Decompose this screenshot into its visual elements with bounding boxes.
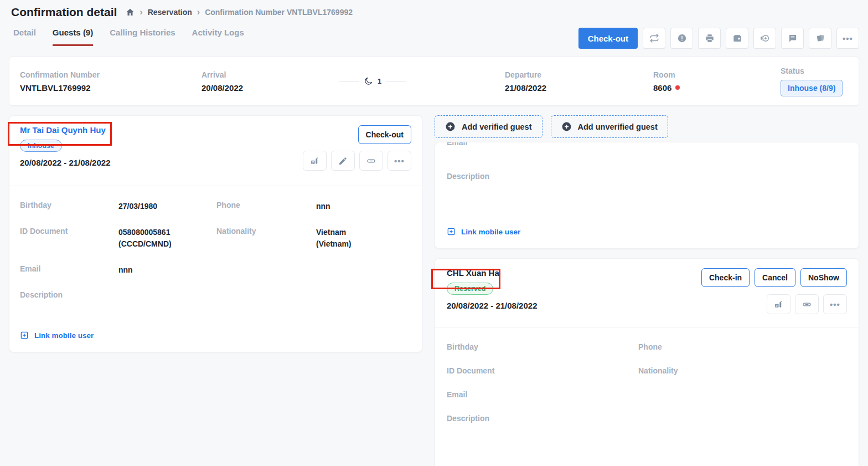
guest-name[interactable]: CHL Xuan Ha xyxy=(447,268,499,278)
guest-status-pill: Reserved xyxy=(447,283,493,295)
tabs-toolbar-row: Detail Guests (9) Calling Histories Acti… xyxy=(0,19,868,49)
page-title: Confirmation detail xyxy=(11,6,117,19)
guest-card-primary: Mr Tai Dai Quynh Huy Inhouse 20/08/2022 … xyxy=(9,115,422,352)
confirmation-detail-page: Confirmation detail › Reservation › Conf… xyxy=(0,0,868,466)
toolbar: Check-out ••• xyxy=(578,28,859,49)
link-icon[interactable] xyxy=(359,151,383,171)
status-badge[interactable]: Inhouse (8/9) xyxy=(781,80,843,96)
id-document-label: ID Document xyxy=(447,366,638,375)
summary-confirmation-number: Confirmation Number VNTLBVL1769992 xyxy=(20,70,202,93)
guest-date-range: 20/08/2022 - 21/08/2022 xyxy=(20,158,110,167)
phone-value: nnn xyxy=(316,201,411,212)
noshow-button[interactable]: NoShow xyxy=(800,268,847,287)
phone-label: Phone xyxy=(216,201,316,209)
divider-line xyxy=(386,81,406,81)
email-label: Email xyxy=(447,390,638,399)
summary-departure: Departure 21/08/2022 xyxy=(505,70,653,93)
print-icon[interactable] xyxy=(698,28,721,49)
breadcrumb: › Reservation › Confirmation Number VNTL… xyxy=(126,8,353,17)
housekeeping-icon[interactable] xyxy=(303,151,327,171)
chevron-right-icon: › xyxy=(140,8,142,17)
plus-square-icon xyxy=(20,331,29,340)
tab-calling-histories[interactable]: Calling Histories xyxy=(110,28,175,46)
email-label: Email xyxy=(20,264,118,273)
tab-bar: Detail Guests (9) Calling Histories Acti… xyxy=(13,28,244,46)
moon-icon xyxy=(364,76,373,86)
breadcrumb-confirmation-number: Confirmation Number VNTLBVL1769992 xyxy=(205,8,353,17)
birthday-value: 27/03/1980 xyxy=(118,201,216,212)
description-label: Description xyxy=(20,290,118,299)
home-icon[interactable] xyxy=(126,8,135,17)
reservation-summary-card: Confirmation Number VNTLBVL1769992 Arriv… xyxy=(9,57,859,106)
description-label: Description xyxy=(447,414,638,423)
birthday-label: Birthday xyxy=(447,342,638,351)
nationality-label: Nationality xyxy=(216,227,316,235)
link-icon[interactable] xyxy=(795,294,819,314)
id-document-label: ID Document xyxy=(20,227,118,235)
guest-name-link[interactable]: Mr Tai Dai Quynh Huy xyxy=(20,125,106,135)
wallet-icon[interactable] xyxy=(726,28,748,49)
housekeeping-icon[interactable] xyxy=(767,294,790,314)
coins-icon[interactable] xyxy=(753,28,776,49)
repeat-icon[interactable] xyxy=(643,28,665,49)
nights-count: 1 xyxy=(378,77,381,85)
cards-icon[interactable] xyxy=(809,28,831,49)
email-value: nnn xyxy=(118,264,216,276)
more-icon[interactable]: ••• xyxy=(823,294,847,314)
add-unverified-guest-button[interactable]: Add unverified guest xyxy=(551,115,668,138)
add-verified-guest-button[interactable]: Add verified guest xyxy=(435,115,542,138)
guest-card-partial: Email Description Link mobile user xyxy=(435,142,859,249)
page-header: Confirmation detail › Reservation › Conf… xyxy=(0,0,868,19)
guests-content: Mr Tai Dai Quynh Huy Inhouse 20/08/2022 … xyxy=(9,115,859,466)
summary-status: Status Inhouse (8/9) xyxy=(781,66,848,96)
room-number: 8606 xyxy=(653,83,671,93)
link-mobile-user[interactable]: Link mobile user xyxy=(9,331,422,340)
guest-date-range: 20/08/2022 - 21/08/2022 xyxy=(447,301,537,310)
summary-room: Room 8606 xyxy=(653,70,781,93)
summary-arrival: Arrival 20/08/2022 xyxy=(202,70,339,93)
summary-nights: 1 xyxy=(339,76,505,86)
cancel-button[interactable]: Cancel xyxy=(755,268,795,287)
email-label: Email xyxy=(447,142,467,147)
guest-card-reserved: CHL Xuan Ha Reserved 20/08/2022 - 21/08/… xyxy=(435,258,859,466)
breadcrumb-reservation[interactable]: Reservation xyxy=(148,8,192,17)
chevron-right-icon: › xyxy=(197,8,200,17)
guest-checkout-button[interactable]: Check-out xyxy=(358,125,411,144)
alert-icon[interactable] xyxy=(670,28,693,49)
more-icon[interactable]: ••• xyxy=(836,28,859,49)
right-column: Add verified guest Add unverified guest … xyxy=(435,115,859,466)
tab-detail[interactable]: Detail xyxy=(13,28,36,46)
plus-circle-icon xyxy=(561,121,572,132)
checkin-button[interactable]: Check-in xyxy=(701,268,750,287)
phone-label: Phone xyxy=(638,342,847,351)
description-label: Description xyxy=(447,172,489,181)
nationality-label: Nationality xyxy=(638,366,847,375)
birthday-label: Birthday xyxy=(20,201,118,209)
guest-status-pill: Inhouse xyxy=(20,140,62,152)
tab-guests[interactable]: Guests (9) xyxy=(53,28,93,46)
edit-icon[interactable] xyxy=(331,151,355,171)
comment-icon[interactable] xyxy=(781,28,804,49)
divider-line xyxy=(339,81,359,81)
plus-square-icon xyxy=(447,227,456,236)
more-icon[interactable]: ••• xyxy=(388,151,411,171)
nationality-value: Vietnam (Vietnam) xyxy=(316,227,411,250)
room-status-dot xyxy=(675,85,680,90)
link-mobile-user[interactable]: Link mobile user xyxy=(447,227,520,236)
add-guest-row: Add verified guest Add unverified guest xyxy=(435,115,859,138)
checkout-button[interactable]: Check-out xyxy=(578,28,638,49)
plus-circle-icon xyxy=(445,121,456,132)
tab-activity-logs[interactable]: Activity Logs xyxy=(192,28,244,46)
id-document-value: 058080005861 (CCCD/CMND) xyxy=(118,227,216,250)
